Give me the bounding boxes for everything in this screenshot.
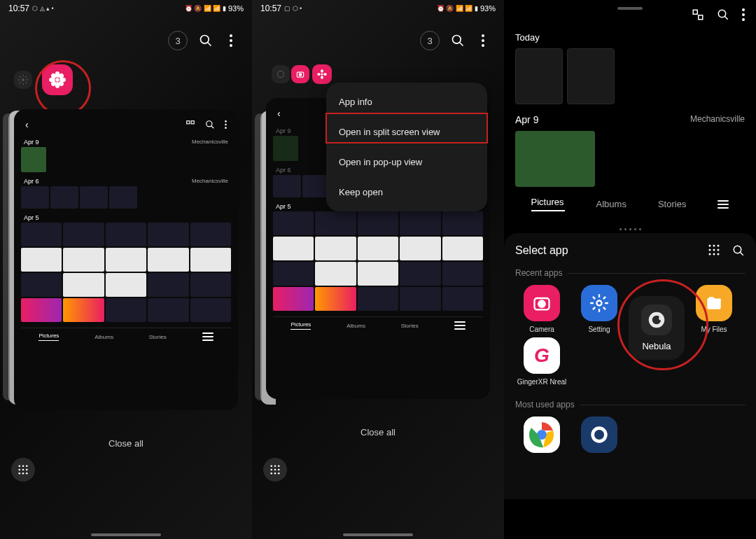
app-tile-files[interactable]: My Files [687,285,741,333]
photo-thumb[interactable] [190,223,231,246]
photo-thumb[interactable] [148,273,188,297]
menu-app-info[interactable]: App info [326,87,487,117]
photo-thumb[interactable] [50,186,78,209]
photo-thumb[interactable] [63,223,104,246]
photo-thumb[interactable] [442,237,483,260]
drag-handle[interactable] [617,7,643,10]
more-icon-card[interactable] [225,120,227,129]
menu-keep-open[interactable]: Keep open [326,177,487,207]
close-all-button[interactable]: Close all [0,438,252,449]
photo-thumb[interactable] [63,298,104,322]
close-all-button[interactable]: Close all [252,427,504,438]
camera-icon-small[interactable] [291,65,309,83]
tab-stories[interactable]: Stories [658,199,686,209]
photo-thumb[interactable] [400,287,440,311]
settings-icon-small[interactable] [272,65,290,83]
photo-thumb[interactable] [400,211,440,235]
multi-window-icon[interactable] [692,8,704,21]
app-tile-nebula[interactable]: Nebula [629,296,685,360]
app-tile-camera[interactable]: Camera [515,285,568,333]
screenshot-thumb[interactable] [567,48,615,104]
hamburger-icon[interactable] [202,332,214,341]
photo-thumb[interactable] [400,237,440,260]
photo-thumb[interactable] [109,186,137,209]
photo-thumb[interactable] [273,287,314,311]
grid-icon[interactable] [708,244,720,255]
tab-pictures[interactable]: Pictures [531,197,565,211]
tab-albums[interactable]: Albums [596,199,626,209]
photo-thumb[interactable] [21,273,62,297]
grid-icon[interactable] [186,120,195,130]
search-icon-card[interactable] [205,120,215,130]
home-indicator[interactable] [91,533,161,536]
photo-thumb[interactable] [358,211,398,235]
photo-thumb[interactable] [442,287,483,311]
recents-count[interactable]: 3 [420,31,440,50]
app-tile-other[interactable] [573,416,626,453]
app-tile-settings[interactable]: Setting [573,285,626,333]
hamburger-icon[interactable] [454,321,465,330]
photo-thumb[interactable] [273,136,298,161]
photo-thumb[interactable] [515,131,595,187]
photo-thumb[interactable] [80,186,108,209]
more-icon[interactable] [224,34,238,48]
photo-thumb[interactable] [106,248,146,272]
photo-thumb[interactable] [400,262,440,286]
tab-stories[interactable]: Stories [149,334,167,340]
gallery-recents-card[interactable]: ‹ Apr 9Mechanicsville Apr 6Mechanicsvill… [14,109,238,410]
photo-thumb[interactable] [358,237,398,260]
photo-thumb[interactable] [148,223,188,246]
split-divider[interactable] [504,225,756,233]
back-icon[interactable]: ‹ [25,119,29,130]
more-icon[interactable] [476,34,490,48]
photo-thumb[interactable] [273,237,314,260]
photo-thumb[interactable] [273,211,314,235]
photo-thumb[interactable] [21,147,46,172]
app-tile-ginger[interactable]: G GingerXR Nreal [515,337,568,386]
photo-thumb[interactable] [21,223,62,246]
apps-grid-button[interactable] [263,458,287,482]
tab-albums[interactable]: Albums [94,334,113,340]
photo-thumb[interactable] [63,248,104,272]
photo-thumb[interactable] [21,186,49,209]
home-indicator[interactable] [343,533,413,536]
photo-thumb[interactable] [21,298,62,322]
tab-albums[interactable]: Albums [346,323,365,329]
screenshot-thumb[interactable] [515,48,563,104]
gallery-app-icon[interactable] [312,64,332,84]
photo-thumb[interactable] [63,273,104,297]
photo-thumb[interactable] [273,262,314,286]
search-icon[interactable] [451,34,465,48]
recents-count[interactable]: 3 [168,31,188,50]
photo-thumb[interactable] [442,211,483,235]
photo-thumb[interactable] [315,262,356,286]
hamburger-icon[interactable] [718,200,729,209]
photo-thumb[interactable] [442,262,483,286]
photo-thumb[interactable] [273,175,301,197]
app-tile-chrome[interactable] [515,416,568,453]
search-icon[interactable] [717,8,729,21]
photo-thumb[interactable] [315,211,356,235]
photo-thumb[interactable] [106,298,146,322]
search-icon[interactable] [732,244,745,257]
tab-pictures[interactable]: Pictures [38,332,59,341]
photo-thumb[interactable] [106,273,146,297]
photo-thumb[interactable] [358,262,398,286]
photo-thumb[interactable] [315,237,356,260]
photo-thumb[interactable] [190,248,231,272]
photo-thumb[interactable] [148,298,188,322]
photo-thumb[interactable] [190,273,231,297]
photo-thumb[interactable] [21,248,62,272]
more-icon[interactable] [742,8,745,21]
tab-pictures[interactable]: Pictures [290,321,311,330]
back-icon[interactable]: ‹ [277,108,281,119]
search-icon[interactable] [199,34,213,48]
photo-thumb[interactable] [148,248,188,272]
gallery-app-icon[interactable] [42,64,73,95]
menu-popup-view[interactable]: Open in pop-up view [326,147,487,177]
photo-thumb[interactable] [190,298,231,322]
tab-stories[interactable]: Stories [401,323,419,329]
photo-thumb[interactable] [315,287,356,311]
photo-thumb[interactable] [358,287,398,311]
settings-icon-small[interactable] [14,71,32,89]
